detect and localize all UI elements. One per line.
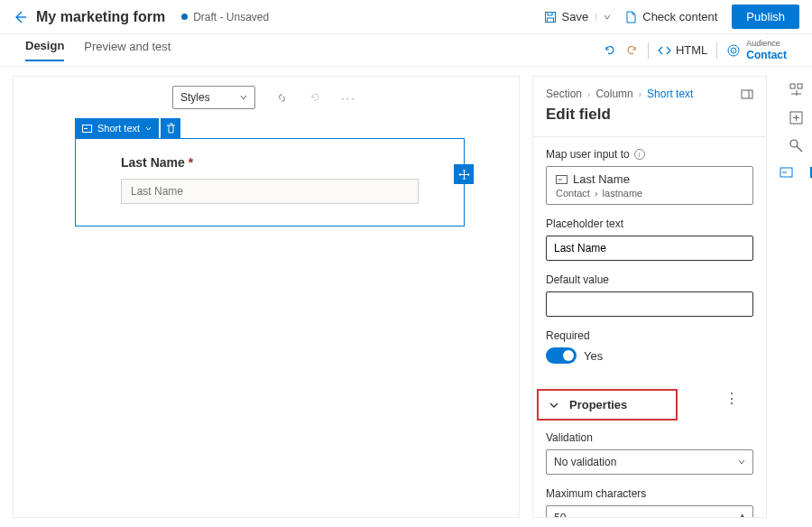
side-rail: [780, 76, 812, 518]
required-label: Required: [546, 329, 753, 342]
number-spinner[interactable]: ▲▼: [739, 512, 745, 518]
placeholder-input[interactable]: [546, 236, 753, 261]
info-icon[interactable]: i: [634, 149, 645, 160]
html-label: HTML: [676, 43, 707, 57]
mapped-entity: Contact: [556, 188, 590, 199]
rail-settings-icon[interactable]: [789, 139, 803, 153]
required-asterisk: *: [189, 155, 193, 170]
breadcrumb: Section › Column › Short text: [533, 77, 766, 100]
back-icon[interactable]: [13, 10, 27, 24]
code-icon: [658, 45, 671, 56]
audience-button[interactable]: Audience Contact: [726, 39, 787, 61]
crumb-current: Short text: [647, 88, 693, 100]
properties-section-header[interactable]: Properties: [537, 389, 678, 421]
check-content-label: Check content: [642, 10, 717, 23]
mapped-field-box[interactable]: Last Name Contact › lastname: [546, 166, 753, 205]
placeholder-label: Placeholder text: [546, 217, 753, 230]
rail-field-icon[interactable]: [780, 167, 812, 178]
chevron-right-icon: ›: [595, 188, 598, 199]
text-field-icon: [82, 125, 92, 133]
save-button[interactable]: Save: [537, 6, 619, 27]
link-icon[interactable]: [275, 91, 289, 105]
save-icon: [544, 11, 557, 23]
rail-elements-icon[interactable]: [789, 83, 803, 97]
crumb-section[interactable]: Section: [546, 88, 582, 100]
crumb-column[interactable]: Column: [595, 88, 632, 100]
field-chip-label: Short text: [97, 123, 140, 134]
selected-field-box[interactable]: Last Name*: [75, 138, 465, 227]
redo-icon[interactable]: [625, 43, 639, 57]
canvas-area: Styles ··· Short text: [13, 76, 520, 518]
properties-more-icon[interactable]: ⋮: [724, 390, 753, 407]
validation-dropdown[interactable]: No validation: [546, 449, 753, 475]
tab-design[interactable]: Design: [25, 39, 64, 61]
maxchars-input[interactable]: 50 ▲▼: [546, 505, 753, 518]
save-label: Save: [562, 10, 589, 23]
styles-dropdown[interactable]: Styles: [172, 86, 255, 109]
publish-button[interactable]: Publish: [732, 5, 799, 29]
html-button[interactable]: HTML: [658, 43, 707, 57]
save-chevron-icon[interactable]: [595, 14, 611, 21]
undo-canvas-icon: [309, 91, 321, 104]
map-input-label: Map user input to i: [546, 148, 753, 161]
more-icon[interactable]: ···: [341, 91, 356, 105]
svg-rect-10: [798, 84, 802, 88]
required-value: Yes: [584, 349, 603, 363]
svg-rect-9: [790, 84, 795, 88]
delete-field-button[interactable]: [161, 118, 180, 138]
chevron-right-icon: ›: [639, 89, 641, 99]
check-content-button[interactable]: Check content: [618, 6, 724, 27]
chevron-down-icon: [240, 94, 247, 101]
required-toggle[interactable]: [546, 347, 577, 364]
page-title: My marketing form: [36, 9, 165, 25]
status-dot-icon: [181, 14, 188, 20]
tab-preview[interactable]: Preview and test: [84, 40, 171, 60]
styles-dd-label: Styles: [180, 91, 210, 104]
audience-label: Contact: [746, 49, 787, 61]
validation-value: No validation: [554, 456, 616, 468]
chevron-down-icon: [145, 125, 152, 132]
field-input-preview[interactable]: [121, 179, 419, 204]
chevron-down-icon: [549, 401, 558, 410]
default-value-label: Default value: [546, 273, 753, 286]
expand-icon[interactable]: [741, 89, 753, 99]
mapped-attr: lastname: [603, 188, 643, 199]
validation-label: Validation: [546, 431, 753, 444]
chevron-right-icon: ›: [587, 89, 590, 99]
target-icon: [726, 43, 741, 58]
field-label: Last Name*: [121, 155, 419, 170]
panel-title: Edit field: [533, 100, 766, 137]
chevron-down-icon: [738, 458, 745, 466]
undo-icon[interactable]: [603, 43, 616, 57]
status-text: Draft - Unsaved: [193, 11, 269, 23]
mapped-name: Last Name: [573, 172, 630, 186]
svg-rect-2: [547, 18, 553, 23]
svg-point-5: [734, 50, 735, 51]
separator: [716, 42, 717, 59]
svg-rect-1: [548, 12, 552, 15]
default-value-input[interactable]: [546, 291, 753, 317]
maxchars-value: 50: [554, 512, 566, 518]
audience-small-label: Audience: [746, 39, 787, 49]
move-handle-icon[interactable]: [454, 164, 474, 184]
svg-rect-7: [742, 90, 752, 98]
maxchars-label: Maximum characters: [546, 487, 753, 500]
properties-panel: Section › Column › Short text Edit field…: [532, 76, 767, 518]
rail-add-icon[interactable]: [789, 111, 803, 125]
text-field-icon: [556, 175, 567, 184]
separator: [648, 42, 649, 59]
document-icon: [625, 11, 637, 23]
field-type-chip[interactable]: Short text: [75, 118, 159, 138]
properties-header-label: Properties: [569, 398, 627, 411]
trash-icon: [166, 123, 176, 134]
